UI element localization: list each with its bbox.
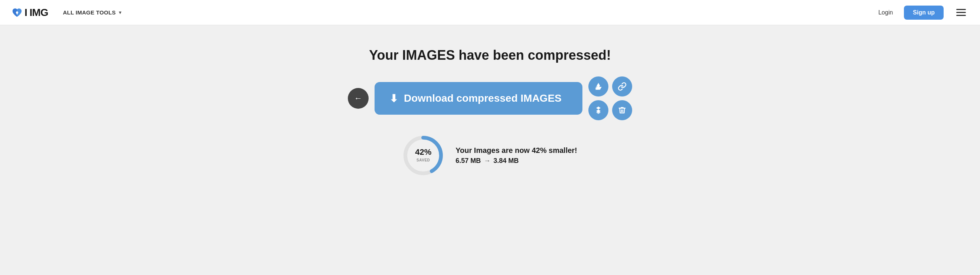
donut-percent: 42% <box>415 148 431 156</box>
google-drive-icon <box>593 82 603 91</box>
donut-chart: 42% SAVED <box>403 135 444 176</box>
stats-size: 6.57 MB → 3.84 MB <box>455 157 577 165</box>
delete-button[interactable] <box>612 100 632 120</box>
stats-text: Your Images are now 42% smaller! 6.57 MB… <box>455 146 577 165</box>
download-button[interactable]: ⬇ Download compressed IMAGES <box>375 82 582 114</box>
donut-saved-label: SAVED <box>417 158 430 162</box>
compressed-size: 3.84 MB <box>493 157 519 165</box>
dropbox-button[interactable] <box>589 100 608 120</box>
hamburger-line-2 <box>956 12 966 13</box>
hamburger-menu-button[interactable] <box>954 7 968 18</box>
original-size: 6.57 MB <box>455 157 481 165</box>
logo-heart-icon <box>12 8 22 17</box>
chevron-down-icon: ▼ <box>118 10 123 15</box>
back-button[interactable]: ← <box>348 88 369 109</box>
logo[interactable]: I IMG <box>12 7 48 19</box>
download-row: ← ⬇ Download compressed IMAGES <box>348 76 632 120</box>
logo-text: I IMG <box>24 7 48 19</box>
header: I IMG ALL IMAGE TOOLS ▼ Login Sign up <box>0 0 980 25</box>
action-icons-grid <box>589 76 632 120</box>
all-image-tools-label: ALL IMAGE TOOLS <box>63 9 115 16</box>
stats-headline: Your Images are now 42% smaller! <box>455 146 577 155</box>
hamburger-line-1 <box>956 9 966 10</box>
page-title: Your IMAGES have been compressed! <box>369 48 611 63</box>
back-arrow-icon: ← <box>354 94 362 103</box>
all-image-tools-button[interactable]: ALL IMAGE TOOLS ▼ <box>60 8 125 17</box>
donut-label: 42% SAVED <box>415 148 431 163</box>
copy-link-button[interactable] <box>612 76 632 97</box>
stats-row: 42% SAVED Your Images are now 42% smalle… <box>403 135 577 176</box>
google-drive-button[interactable] <box>589 76 608 97</box>
download-icon: ⬇ <box>390 92 398 105</box>
download-button-label: Download compressed IMAGES <box>404 92 562 104</box>
hamburger-line-3 <box>956 15 966 16</box>
link-icon <box>618 82 627 91</box>
login-button[interactable]: Login <box>875 7 896 18</box>
dropbox-icon <box>594 106 603 114</box>
header-actions: Login Sign up <box>875 6 968 20</box>
arrow-right-icon: → <box>484 157 490 165</box>
main-content: Your IMAGES have been compressed! ← ⬇ Do… <box>0 25 980 275</box>
trash-icon <box>618 106 626 114</box>
signup-button[interactable]: Sign up <box>904 6 943 20</box>
